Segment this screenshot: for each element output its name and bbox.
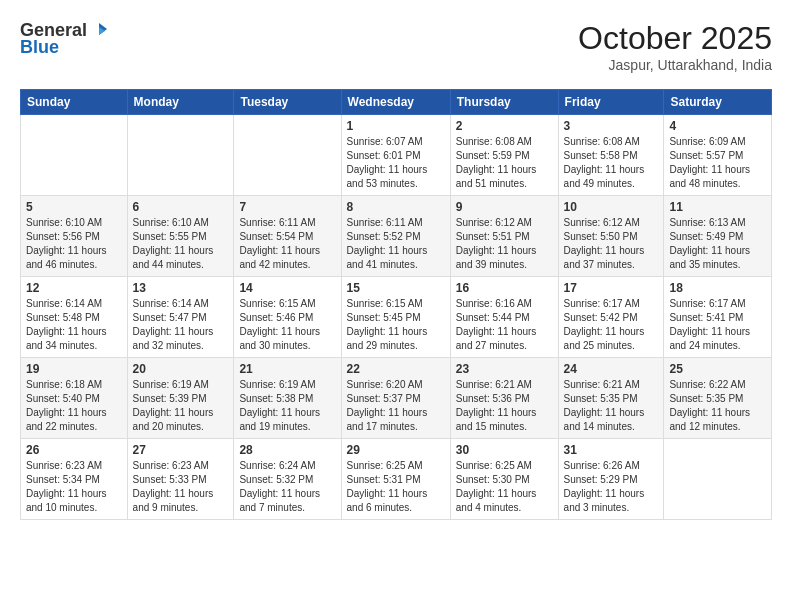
day-number: 13	[133, 281, 229, 295]
calendar-cell	[127, 115, 234, 196]
day-number: 20	[133, 362, 229, 376]
day-number: 26	[26, 443, 122, 457]
calendar-cell: 5Sunrise: 6:10 AMSunset: 5:56 PMDaylight…	[21, 196, 128, 277]
day-number: 29	[347, 443, 445, 457]
day-info: Sunrise: 6:07 AMSunset: 6:01 PMDaylight:…	[347, 135, 445, 191]
day-number: 15	[347, 281, 445, 295]
calendar-cell: 26Sunrise: 6:23 AMSunset: 5:34 PMDayligh…	[21, 439, 128, 520]
day-info: Sunrise: 6:22 AMSunset: 5:35 PMDaylight:…	[669, 378, 766, 434]
day-number: 12	[26, 281, 122, 295]
day-info: Sunrise: 6:26 AMSunset: 5:29 PMDaylight:…	[564, 459, 659, 515]
day-number: 18	[669, 281, 766, 295]
calendar-cell	[664, 439, 772, 520]
col-header-thursday: Thursday	[450, 90, 558, 115]
day-info: Sunrise: 6:08 AMSunset: 5:59 PMDaylight:…	[456, 135, 553, 191]
day-number: 9	[456, 200, 553, 214]
col-header-tuesday: Tuesday	[234, 90, 341, 115]
day-info: Sunrise: 6:18 AMSunset: 5:40 PMDaylight:…	[26, 378, 122, 434]
calendar-cell: 29Sunrise: 6:25 AMSunset: 5:31 PMDayligh…	[341, 439, 450, 520]
col-header-saturday: Saturday	[664, 90, 772, 115]
day-info: Sunrise: 6:11 AMSunset: 5:54 PMDaylight:…	[239, 216, 335, 272]
day-info: Sunrise: 6:25 AMSunset: 5:31 PMDaylight:…	[347, 459, 445, 515]
day-info: Sunrise: 6:21 AMSunset: 5:36 PMDaylight:…	[456, 378, 553, 434]
calendar-week-row: 1Sunrise: 6:07 AMSunset: 6:01 PMDaylight…	[21, 115, 772, 196]
day-number: 6	[133, 200, 229, 214]
calendar-cell: 3Sunrise: 6:08 AMSunset: 5:58 PMDaylight…	[558, 115, 664, 196]
logo-blue-text: Blue	[20, 37, 59, 58]
calendar-week-row: 5Sunrise: 6:10 AMSunset: 5:56 PMDaylight…	[21, 196, 772, 277]
day-number: 7	[239, 200, 335, 214]
day-number: 16	[456, 281, 553, 295]
day-number: 3	[564, 119, 659, 133]
month-title: October 2025	[578, 20, 772, 57]
calendar-cell: 30Sunrise: 6:25 AMSunset: 5:30 PMDayligh…	[450, 439, 558, 520]
day-number: 8	[347, 200, 445, 214]
day-info: Sunrise: 6:10 AMSunset: 5:56 PMDaylight:…	[26, 216, 122, 272]
day-info: Sunrise: 6:23 AMSunset: 5:33 PMDaylight:…	[133, 459, 229, 515]
calendar-cell: 4Sunrise: 6:09 AMSunset: 5:57 PMDaylight…	[664, 115, 772, 196]
day-info: Sunrise: 6:10 AMSunset: 5:55 PMDaylight:…	[133, 216, 229, 272]
day-info: Sunrise: 6:15 AMSunset: 5:45 PMDaylight:…	[347, 297, 445, 353]
calendar-cell: 12Sunrise: 6:14 AMSunset: 5:48 PMDayligh…	[21, 277, 128, 358]
day-info: Sunrise: 6:15 AMSunset: 5:46 PMDaylight:…	[239, 297, 335, 353]
day-number: 24	[564, 362, 659, 376]
day-info: Sunrise: 6:21 AMSunset: 5:35 PMDaylight:…	[564, 378, 659, 434]
col-header-wednesday: Wednesday	[341, 90, 450, 115]
calendar-week-row: 19Sunrise: 6:18 AMSunset: 5:40 PMDayligh…	[21, 358, 772, 439]
calendar-cell: 19Sunrise: 6:18 AMSunset: 5:40 PMDayligh…	[21, 358, 128, 439]
calendar-header-row: SundayMondayTuesdayWednesdayThursdayFrid…	[21, 90, 772, 115]
calendar-cell: 8Sunrise: 6:11 AMSunset: 5:52 PMDaylight…	[341, 196, 450, 277]
col-header-sunday: Sunday	[21, 90, 128, 115]
calendar-week-row: 26Sunrise: 6:23 AMSunset: 5:34 PMDayligh…	[21, 439, 772, 520]
location-subtitle: Jaspur, Uttarakhand, India	[578, 57, 772, 73]
day-info: Sunrise: 6:14 AMSunset: 5:48 PMDaylight:…	[26, 297, 122, 353]
day-info: Sunrise: 6:14 AMSunset: 5:47 PMDaylight:…	[133, 297, 229, 353]
title-block: October 2025 Jaspur, Uttarakhand, India	[578, 20, 772, 73]
calendar-cell: 24Sunrise: 6:21 AMSunset: 5:35 PMDayligh…	[558, 358, 664, 439]
calendar-cell: 20Sunrise: 6:19 AMSunset: 5:39 PMDayligh…	[127, 358, 234, 439]
day-number: 10	[564, 200, 659, 214]
day-number: 25	[669, 362, 766, 376]
day-info: Sunrise: 6:08 AMSunset: 5:58 PMDaylight:…	[564, 135, 659, 191]
col-header-monday: Monday	[127, 90, 234, 115]
calendar-cell: 25Sunrise: 6:22 AMSunset: 5:35 PMDayligh…	[664, 358, 772, 439]
calendar-table: SundayMondayTuesdayWednesdayThursdayFrid…	[20, 89, 772, 520]
calendar-cell: 17Sunrise: 6:17 AMSunset: 5:42 PMDayligh…	[558, 277, 664, 358]
day-info: Sunrise: 6:16 AMSunset: 5:44 PMDaylight:…	[456, 297, 553, 353]
calendar-cell: 27Sunrise: 6:23 AMSunset: 5:33 PMDayligh…	[127, 439, 234, 520]
day-number: 30	[456, 443, 553, 457]
calendar-cell: 10Sunrise: 6:12 AMSunset: 5:50 PMDayligh…	[558, 196, 664, 277]
day-number: 22	[347, 362, 445, 376]
calendar-cell: 7Sunrise: 6:11 AMSunset: 5:54 PMDaylight…	[234, 196, 341, 277]
calendar-cell: 31Sunrise: 6:26 AMSunset: 5:29 PMDayligh…	[558, 439, 664, 520]
calendar-cell: 11Sunrise: 6:13 AMSunset: 5:49 PMDayligh…	[664, 196, 772, 277]
calendar-cell: 18Sunrise: 6:17 AMSunset: 5:41 PMDayligh…	[664, 277, 772, 358]
day-number: 28	[239, 443, 335, 457]
calendar-cell: 9Sunrise: 6:12 AMSunset: 5:51 PMDaylight…	[450, 196, 558, 277]
day-info: Sunrise: 6:09 AMSunset: 5:57 PMDaylight:…	[669, 135, 766, 191]
day-number: 4	[669, 119, 766, 133]
day-number: 11	[669, 200, 766, 214]
day-info: Sunrise: 6:20 AMSunset: 5:37 PMDaylight:…	[347, 378, 445, 434]
day-info: Sunrise: 6:17 AMSunset: 5:41 PMDaylight:…	[669, 297, 766, 353]
day-info: Sunrise: 6:19 AMSunset: 5:39 PMDaylight:…	[133, 378, 229, 434]
day-info: Sunrise: 6:24 AMSunset: 5:32 PMDaylight:…	[239, 459, 335, 515]
calendar-cell: 23Sunrise: 6:21 AMSunset: 5:36 PMDayligh…	[450, 358, 558, 439]
day-info: Sunrise: 6:17 AMSunset: 5:42 PMDaylight:…	[564, 297, 659, 353]
day-number: 21	[239, 362, 335, 376]
calendar-cell	[234, 115, 341, 196]
calendar-cell: 16Sunrise: 6:16 AMSunset: 5:44 PMDayligh…	[450, 277, 558, 358]
calendar-cell: 1Sunrise: 6:07 AMSunset: 6:01 PMDaylight…	[341, 115, 450, 196]
day-info: Sunrise: 6:12 AMSunset: 5:51 PMDaylight:…	[456, 216, 553, 272]
day-info: Sunrise: 6:19 AMSunset: 5:38 PMDaylight:…	[239, 378, 335, 434]
calendar-cell: 13Sunrise: 6:14 AMSunset: 5:47 PMDayligh…	[127, 277, 234, 358]
calendar-cell: 22Sunrise: 6:20 AMSunset: 5:37 PMDayligh…	[341, 358, 450, 439]
day-number: 31	[564, 443, 659, 457]
day-info: Sunrise: 6:12 AMSunset: 5:50 PMDaylight:…	[564, 216, 659, 272]
logo: General Blue	[20, 20, 109, 58]
calendar-week-row: 12Sunrise: 6:14 AMSunset: 5:48 PMDayligh…	[21, 277, 772, 358]
calendar-cell: 2Sunrise: 6:08 AMSunset: 5:59 PMDaylight…	[450, 115, 558, 196]
calendar-cell: 14Sunrise: 6:15 AMSunset: 5:46 PMDayligh…	[234, 277, 341, 358]
day-info: Sunrise: 6:23 AMSunset: 5:34 PMDaylight:…	[26, 459, 122, 515]
day-info: Sunrise: 6:11 AMSunset: 5:52 PMDaylight:…	[347, 216, 445, 272]
